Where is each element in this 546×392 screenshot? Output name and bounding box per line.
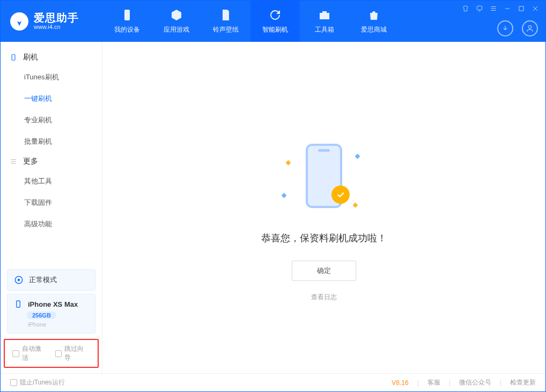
cube-icon [169, 8, 183, 22]
sidebar-item-itunes-flash[interactable]: iTunes刷机 [1, 66, 102, 88]
brand-name: 爱思助手 [34, 12, 79, 23]
sidebar-group-title: 刷机 [23, 53, 38, 62]
window-controls [461, 4, 540, 13]
check-badge-icon [331, 186, 350, 204]
footer-link-wechat[interactable]: 微信公众号 [459, 378, 491, 387]
device-model: iPhone [28, 321, 88, 328]
tab-apps-games[interactable]: 应用游戏 [152, 1, 201, 42]
device-card[interactable]: iPhone XS Max 256GB iPhone [7, 294, 95, 334]
mode-icon [14, 275, 24, 285]
checkbox-label: 跳过向导 [64, 344, 90, 363]
tab-toolbox[interactable]: 工具箱 [300, 1, 349, 42]
tab-label: 应用游戏 [164, 25, 189, 34]
view-log-link[interactable]: 查看日志 [311, 293, 337, 302]
sidebar-bottom: 正常模式 iPhone XS Max 256GB iPhone 自动激活 [1, 266, 102, 373]
svg-rect-1 [477, 6, 482, 10]
toolbox-icon [318, 8, 331, 22]
menu-icon[interactable] [489, 4, 498, 13]
tab-smart-flash[interactable]: 智能刷机 [250, 1, 300, 42]
svg-rect-4 [12, 55, 15, 61]
svg-rect-7 [17, 301, 20, 307]
sparkle-icon [286, 160, 291, 166]
sidebar: 刷机 iTunes刷机 一键刷机 专业刷机 批量刷机 更多 其他工具 下载固件 … [1, 42, 102, 373]
skip-guide-checkbox[interactable]: 跳过向导 [55, 344, 91, 363]
svg-point-3 [528, 26, 531, 28]
main-content: 恭喜您，保资料刷机成功啦！ 确定 查看日志 [102, 42, 545, 373]
brand-domain: www.i4.cn [34, 24, 79, 30]
checkbox-icon [12, 350, 19, 357]
phone-icon [120, 8, 134, 22]
maximize-icon[interactable] [517, 4, 526, 13]
svg-rect-0 [124, 10, 130, 20]
sidebar-item-other-tools[interactable]: 其他工具 [1, 171, 102, 192]
sidebar-group-title: 更多 [23, 157, 38, 166]
block-itunes-checkbox[interactable]: 阻止iTunes运行 [10, 378, 65, 387]
svg-rect-2 [519, 6, 523, 11]
sidebar-item-advanced[interactable]: 高级功能 [1, 213, 102, 235]
svg-point-6 [18, 279, 20, 282]
tab-label: 工具箱 [315, 25, 334, 34]
tab-label: 智能刷机 [262, 25, 288, 34]
download-button[interactable] [497, 20, 513, 36]
app-window: 爱思助手 www.i4.cn 我的设备 应用游戏 铃声壁纸 智能刷机 [0, 0, 546, 392]
sparkle-icon [353, 203, 358, 208]
nav-tabs: 我的设备 应用游戏 铃声壁纸 智能刷机 工具箱 爱思商城 [102, 1, 399, 42]
ok-button[interactable]: 确定 [292, 261, 356, 281]
mode-label: 正常模式 [29, 275, 57, 285]
footer-link-support[interactable]: 客服 [427, 378, 440, 387]
checkbox-label: 阻止iTunes运行 [20, 378, 65, 387]
checkbox-icon [55, 350, 62, 357]
device-icon [9, 53, 18, 62]
success-text: 恭喜您，保资料刷机成功啦！ [261, 232, 387, 245]
checkbox-icon [10, 379, 17, 386]
user-button[interactable] [522, 20, 538, 36]
tab-my-device[interactable]: 我的设备 [102, 1, 152, 42]
options-row: 自动激活 跳过向导 [4, 339, 99, 368]
sparkle-icon [282, 193, 287, 198]
skin-icon[interactable] [461, 4, 470, 13]
tab-label: 铃声壁纸 [213, 25, 239, 34]
device-name: iPhone XS Max [28, 300, 78, 308]
auto-activate-checkbox[interactable]: 自动激活 [12, 344, 48, 363]
success-illustration [270, 144, 378, 219]
device-capacity: 256GB [27, 312, 56, 319]
refresh-icon [268, 8, 282, 22]
close-icon[interactable] [530, 4, 540, 13]
logo-icon [10, 12, 28, 31]
sparkle-icon [355, 154, 360, 159]
footer-link-update[interactable]: 检查更新 [510, 378, 536, 387]
feedback-icon[interactable] [475, 4, 484, 13]
tab-store[interactable]: 爱思商城 [349, 1, 399, 42]
body: 刷机 iTunes刷机 一键刷机 专业刷机 批量刷机 更多 其他工具 下载固件 … [1, 42, 545, 373]
music-file-icon [219, 8, 233, 22]
bag-icon [367, 8, 381, 22]
checkbox-label: 自动激活 [22, 344, 48, 363]
footer: 阻止iTunes运行 V8.16 | 客服 | 微信公众号 | 检查更新 [1, 373, 545, 391]
header: 爱思助手 www.i4.cn 我的设备 应用游戏 铃声壁纸 智能刷机 [1, 1, 545, 42]
tab-ringtones-wallpapers[interactable]: 铃声壁纸 [201, 1, 250, 42]
list-icon [9, 157, 18, 166]
logo: 爱思助手 www.i4.cn [1, 12, 102, 31]
tab-label: 爱思商城 [361, 25, 387, 34]
minimize-icon[interactable] [503, 4, 512, 13]
mode-card[interactable]: 正常模式 [7, 269, 95, 291]
sidebar-group-flash: 刷机 [1, 48, 102, 66]
header-actions [497, 20, 538, 36]
version-label: V8.16 [392, 379, 408, 387]
sidebar-item-oneclick-flash[interactable]: 一键刷机 [1, 88, 102, 109]
sidebar-item-pro-flash[interactable]: 专业刷机 [1, 109, 102, 131]
device-phone-icon [14, 300, 23, 308]
sidebar-item-download-firmware[interactable]: 下载固件 [1, 192, 102, 213]
sidebar-item-batch-flash[interactable]: 批量刷机 [1, 131, 102, 152]
tab-label: 我的设备 [114, 25, 140, 34]
sidebar-group-more: 更多 [1, 152, 102, 171]
